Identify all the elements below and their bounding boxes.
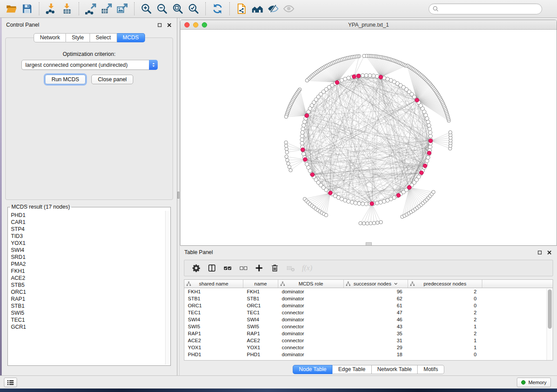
mcds-result-item[interactable]: STP4 xyxy=(11,226,164,233)
network-hub-node[interactable] xyxy=(397,193,401,197)
deselect-all-rows-button[interactable] xyxy=(237,261,250,275)
column-header-mcds-role[interactable]: MCDS role xyxy=(278,280,344,288)
network-hub-node[interactable] xyxy=(335,80,339,84)
network-node[interactable] xyxy=(375,201,379,205)
mcds-result-item[interactable]: SWI5 xyxy=(11,309,164,316)
import-table-button[interactable] xyxy=(59,1,75,16)
export-image-button[interactable] xyxy=(114,1,130,16)
network-node[interactable] xyxy=(428,145,432,149)
mcds-result-item[interactable]: YOX1 xyxy=(11,240,164,247)
column-header-name[interactable]: name xyxy=(243,280,278,288)
network-node[interactable] xyxy=(361,202,365,206)
network-node[interactable] xyxy=(429,134,432,138)
mcds-result-item[interactable]: TID3 xyxy=(11,233,164,240)
network-node[interactable] xyxy=(364,73,368,77)
network-node[interactable] xyxy=(300,134,304,138)
network-leaf-node[interactable] xyxy=(372,221,376,225)
table-scrollbar-thumb[interactable] xyxy=(548,289,552,329)
network-node[interactable] xyxy=(426,155,430,159)
import-network-button[interactable] xyxy=(43,1,59,16)
network-node[interactable] xyxy=(300,138,304,142)
network-node[interactable] xyxy=(375,75,379,79)
table-row[interactable]: SWI4SWI4dominator462 xyxy=(184,316,553,323)
table-row[interactable]: TEC1TEC1connector472 xyxy=(184,309,553,316)
network-leaf-node[interactable] xyxy=(285,147,288,151)
network-hub-node[interactable] xyxy=(352,75,356,79)
table-row[interactable]: ACE2ACE2connector311 xyxy=(184,337,553,344)
network-node[interactable] xyxy=(346,199,350,203)
table-row[interactable]: RAP1RAP1dominator352 xyxy=(184,330,553,337)
network-leaf-node[interactable] xyxy=(366,222,369,225)
tab-network[interactable]: Network xyxy=(34,33,66,42)
network-hub-node[interactable] xyxy=(370,202,374,206)
network-leaf-node[interactable] xyxy=(432,190,435,194)
network-leaf-node[interactable] xyxy=(376,221,379,224)
mcds-result-item[interactable]: GCR1 xyxy=(11,323,164,330)
network-node[interactable] xyxy=(350,200,354,204)
network-node[interactable] xyxy=(303,120,307,124)
close-panel-button[interactable]: Close panel xyxy=(91,75,133,84)
mcds-result-item[interactable]: SRD1 xyxy=(11,254,164,261)
network-leaf-node[interactable] xyxy=(305,79,309,82)
mcds-result-item[interactable]: RAP1 xyxy=(11,296,164,303)
network-leaf-node[interactable] xyxy=(284,141,288,144)
network-node[interactable] xyxy=(428,127,432,131)
network-node[interactable] xyxy=(357,202,361,206)
mcds-result-item[interactable]: ORC1 xyxy=(11,289,164,296)
table-row[interactable]: SWI5SWI5connector431 xyxy=(184,323,553,330)
open-file-button[interactable] xyxy=(3,1,19,16)
network-node[interactable] xyxy=(368,74,372,78)
network-leaf-node[interactable] xyxy=(325,213,328,217)
network-node[interactable] xyxy=(302,152,306,156)
network-leaf-node[interactable] xyxy=(362,54,366,58)
network-node[interactable] xyxy=(372,74,376,78)
network-leaf-node[interactable] xyxy=(379,220,383,224)
network-leaf-node[interactable] xyxy=(287,162,290,165)
network-leaf-node[interactable] xyxy=(285,155,288,158)
network-resize-handle[interactable] xyxy=(366,242,372,245)
mcds-result-item[interactable]: FKH1 xyxy=(11,268,164,275)
hide-selected-button[interactable] xyxy=(265,1,281,16)
run-mcds-button[interactable]: Run MCDS xyxy=(45,75,86,84)
network-hub-node[interactable] xyxy=(311,173,315,177)
network-hub-node[interactable] xyxy=(419,171,423,175)
search-input[interactable] xyxy=(441,4,538,13)
network-leaf-node[interactable] xyxy=(286,158,289,162)
task-history-button[interactable] xyxy=(4,378,17,387)
network-hub-node[interactable] xyxy=(303,158,307,162)
table-settings-button[interactable] xyxy=(190,261,203,275)
network-leaf-node[interactable] xyxy=(284,115,288,118)
first-neighbors-button[interactable] xyxy=(249,1,265,16)
network-hub-node[interactable] xyxy=(423,164,427,168)
mcds-result-item[interactable]: STB5 xyxy=(11,282,164,289)
network-leaf-node[interactable] xyxy=(284,144,288,148)
network-hub-node[interactable] xyxy=(305,113,309,117)
network-node[interactable] xyxy=(428,131,432,134)
new-network-from-selection-button[interactable] xyxy=(234,1,249,16)
close-panel-icon[interactable] xyxy=(166,21,173,28)
select-all-rows-button[interactable] xyxy=(221,261,234,275)
network-node[interactable] xyxy=(364,202,368,206)
column-header-shared-name[interactable]: shared name xyxy=(184,280,243,288)
mcds-result-item[interactable]: TEC1 xyxy=(11,316,164,323)
zoom-in-button[interactable] xyxy=(138,1,154,16)
network-leaf-node[interactable] xyxy=(449,131,452,134)
network-node[interactable] xyxy=(361,74,365,78)
table-row[interactable]: FKH1FKH1dominator962 xyxy=(184,288,553,295)
network-leaf-node[interactable] xyxy=(289,168,292,172)
add-column-button[interactable] xyxy=(253,261,266,275)
float-table-panel-icon[interactable] xyxy=(536,249,543,256)
network-leaf-node[interactable] xyxy=(287,165,291,168)
network-node[interactable] xyxy=(427,124,431,127)
network-hub-node[interactable] xyxy=(329,191,332,195)
close-table-panel-icon[interactable] xyxy=(546,249,553,256)
table-row[interactable]: PHD1PHD1dominator180 xyxy=(184,351,553,358)
network-hub-node[interactable] xyxy=(301,148,305,151)
tab-motifs[interactable]: Motifs xyxy=(418,365,444,374)
network-leaf-node[interactable] xyxy=(362,222,366,225)
apply-layout-button[interactable] xyxy=(210,1,225,16)
network-hub-node[interactable] xyxy=(407,186,411,189)
table-row[interactable]: STB1STB1dominator620 xyxy=(184,295,553,302)
zoom-fit-button[interactable] xyxy=(170,1,186,16)
network-hub-node[interactable] xyxy=(429,139,432,143)
